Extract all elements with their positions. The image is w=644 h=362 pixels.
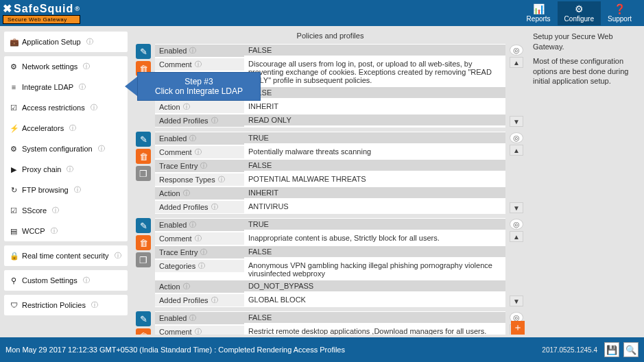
sidebar-item-integrate-ldap[interactable]: ≡ Integrate LDAP ⓘ xyxy=(4,77,128,97)
add-policy-button[interactable]: ＋ xyxy=(511,321,525,335)
reports-icon: 📊 xyxy=(527,4,551,14)
topnav-support[interactable]: ❓ Support xyxy=(601,1,639,25)
brand-registered: ® xyxy=(75,5,80,12)
policy-body: EnabledⓘTRUECommentⓘPotentially malware … xyxy=(155,132,505,214)
policy-row-label: Actionⓘ xyxy=(155,101,244,113)
topnav-configure[interactable]: ⚙ Configure xyxy=(558,1,601,25)
arrow-right-icon: ▶ xyxy=(10,165,18,174)
clone-button[interactable]: ❐ xyxy=(136,166,151,181)
right-info-pane: Setup your Secure Web Gateway. Most of t… xyxy=(529,26,644,337)
policy-row-label: Commentⓘ xyxy=(155,58,244,71)
topnav-label: Configure xyxy=(564,15,594,23)
policy-row-label: Trace Entryⓘ xyxy=(155,246,244,258)
refresh-icon: ↻ xyxy=(10,186,18,195)
save-config-button[interactable]: 💾 xyxy=(604,342,619,357)
policy-row-value: FALSE xyxy=(244,45,505,56)
check-icon: ☑ xyxy=(10,206,18,215)
clone-button[interactable]: ❐ xyxy=(136,252,151,267)
info-icon: ⓘ xyxy=(195,327,202,335)
sidebar-item-system-configuration[interactable]: ⚙ System configuration ⓘ xyxy=(4,138,128,159)
policy-row-label: Response Typesⓘ xyxy=(155,173,244,186)
edit-button[interactable]: ✎ xyxy=(136,132,151,147)
main: 💼 Application Setup ⓘ ⚙ Network settings… xyxy=(0,26,644,337)
policy-row-value: Restrict remote desktop applications ,Do… xyxy=(244,326,505,335)
policy-row-label: Categoriesⓘ xyxy=(155,260,244,272)
list-icon: ≡ xyxy=(10,83,18,91)
move-down-button[interactable]: ▼ xyxy=(510,295,523,306)
sidebar-item-proxy-chain[interactable]: ▶ Proxy chain ⓘ xyxy=(4,159,128,180)
sidebar-custom-settings[interactable]: ⚲ Custom Settings ⓘ xyxy=(4,270,128,291)
delete-button[interactable]: 🗑 xyxy=(136,328,151,335)
callout-arrow-icon xyxy=(125,77,137,96)
target-icon[interactable]: ◎ xyxy=(510,45,523,56)
sidebar-item-sscore[interactable]: ☑ SScore ⓘ xyxy=(4,200,128,221)
move-down-button[interactable]: ▼ xyxy=(510,202,523,213)
right-info-text: Setup your Secure Web Gateway. xyxy=(533,32,637,52)
info-icon: ⓘ xyxy=(211,116,218,125)
topnav-label: Reports xyxy=(527,15,551,23)
status-version: 2017.0525.1245.4 xyxy=(542,346,597,354)
policy-row: CategoriesⓘAnonymous VPN gambling hackin… xyxy=(155,259,505,280)
info-icon: ⓘ xyxy=(195,60,202,69)
policy-card: ✎🗑❐EnabledⓘFALSECommentⓘRestrict remote … xyxy=(136,311,525,335)
move-up-button[interactable]: ▲ xyxy=(510,145,523,156)
info-icon: ⓘ xyxy=(195,147,202,157)
info-icon: ⓘ xyxy=(91,103,97,112)
policy-row-label: Actionⓘ xyxy=(155,187,244,200)
edit-button[interactable]: ✎ xyxy=(136,218,151,233)
sidebar-item-wccp[interactable]: ▤ WCCP ⓘ xyxy=(4,221,128,241)
policy-row-label: Enabledⓘ xyxy=(155,132,244,145)
gear-icon: ⚙ xyxy=(10,145,18,154)
policy-row-value: FALSE xyxy=(244,87,505,98)
policy-row-value: READ ONLY xyxy=(244,114,505,125)
policy-reorder: ◎▲▼ xyxy=(510,44,525,128)
callout-title: Step #3 xyxy=(149,77,249,86)
delete-button[interactable]: 🗑 xyxy=(136,149,151,164)
delete-button[interactable]: 🗑 xyxy=(136,235,151,250)
info-icon: ⓘ xyxy=(52,206,59,215)
policy-body: EnabledⓘTRUECommentⓘInappropriate conten… xyxy=(155,218,505,307)
tutorial-callout: Step #3 Click on Integrate LDAP xyxy=(125,72,261,101)
policy-row: EnabledⓘTRUE xyxy=(155,132,505,145)
info-icon: ⓘ xyxy=(83,276,90,285)
policy-row-value: FALSE xyxy=(244,160,505,171)
policy-row-value: Potentially malware threats scanning xyxy=(244,146,505,157)
policy-row-value: INHERIT xyxy=(244,101,505,112)
policy-reorder: ◎▲▼ xyxy=(510,218,525,307)
sidebar-realtime-content-security[interactable]: 🔒 Real time content security ⓘ xyxy=(4,245,128,266)
target-icon[interactable]: ◎ xyxy=(510,219,523,230)
sidebar-app-setup[interactable]: 💼 Application Setup ⓘ xyxy=(4,32,128,52)
callout-text: Click on Integrate LDAP xyxy=(149,86,249,96)
policy-row-value: INHERIT xyxy=(244,187,505,198)
sidebar-item-label: Custom Settings xyxy=(22,276,77,285)
status-bar: Mon May 29 2017 12:12:33 GMT+0530 (India… xyxy=(0,337,644,362)
sidebar-item-accelerators[interactable]: ⚡ Accelerators ⓘ xyxy=(4,118,128,138)
policy-row: ActionⓘDO_NOT_BYPASS xyxy=(155,280,505,293)
sidebar-item-label: Restriction Policies xyxy=(22,301,86,309)
search-button[interactable]: 🔍 xyxy=(623,342,639,357)
policy-card: ✎🗑❐EnabledⓘTRUECommentⓘPotentially malwa… xyxy=(136,132,525,214)
info-icon: ⓘ xyxy=(189,313,196,323)
policy-row-value: FALSE xyxy=(244,312,505,323)
topnav-reports[interactable]: 📊 Reports xyxy=(520,1,558,25)
edit-button[interactable]: ✎ xyxy=(136,311,151,326)
shield-icon: 🛡 xyxy=(10,301,18,309)
move-down-button[interactable]: ▼ xyxy=(510,116,523,127)
sidebar-item-label: FTP browsing xyxy=(22,186,69,194)
sidebar-item-ftp-browsing[interactable]: ↻ FTP browsing ⓘ xyxy=(4,180,128,200)
sidebar-item-access-restrictions[interactable]: ☑ Access restrictions ⓘ xyxy=(4,97,128,118)
policy-body: EnabledⓘFALSECommentⓘRestrict remote des… xyxy=(155,311,505,335)
move-up-button[interactable]: ▲ xyxy=(510,57,523,68)
edit-button[interactable]: ✎ xyxy=(136,44,151,59)
policy-row-value: ANTIVIRUS xyxy=(244,201,505,212)
policy-row-value: Discourage all users from log in, post, … xyxy=(244,58,505,86)
page-title: Policies and profiles xyxy=(136,29,525,44)
policy-row: ActionⓘINHERIT xyxy=(155,100,505,114)
move-up-button[interactable]: ▲ xyxy=(510,231,523,242)
policy-row-label: Enabledⓘ xyxy=(155,312,244,324)
target-icon[interactable]: ◎ xyxy=(510,132,523,143)
info-icon: ⓘ xyxy=(200,248,207,257)
support-icon: ❓ xyxy=(608,4,632,14)
sidebar-restriction-policies[interactable]: 🛡 Restriction Policies ⓘ xyxy=(4,295,128,315)
sidebar-item-network-settings[interactable]: ⚙ Network settings ⓘ xyxy=(4,56,128,77)
